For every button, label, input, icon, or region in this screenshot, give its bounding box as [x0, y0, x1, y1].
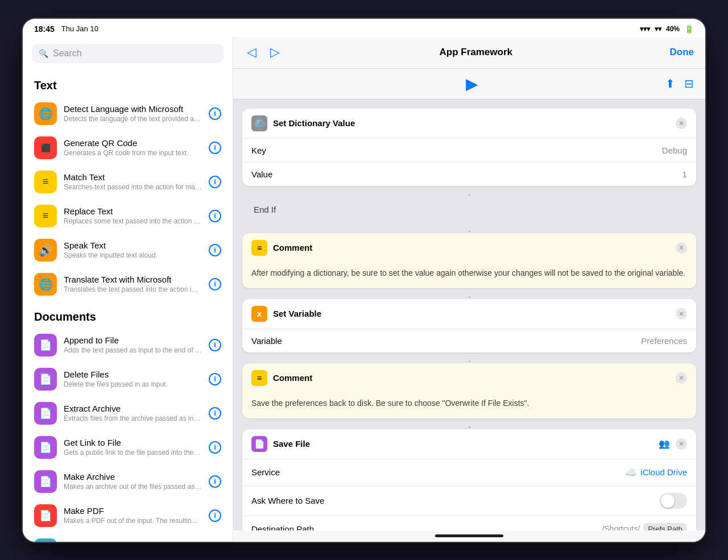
append-file-text: Append to File Adds the text passed as i… — [64, 335, 202, 354]
delete-files-text: Delete Files Delete the files passed in … — [64, 370, 202, 388]
translate-text-icon: 🌐 — [34, 273, 57, 296]
status-bar: 18:45 Thu Jan 10 ▾▾▾ ▾▾ 40% 🔋 — [23, 19, 705, 37]
search-container: 🔍 Search — [23, 37, 233, 70]
detect-language-info[interactable]: i — [209, 107, 221, 120]
match-text-info[interactable]: i — [209, 176, 221, 188]
sep-dot-4 — [469, 360, 470, 362]
service-row: Service ☁️ iCloud Drive — [242, 459, 696, 486]
comment-2-header: ≡ Comment ✕ — [242, 363, 696, 393]
extract-archive-icon: 📄 — [34, 402, 57, 425]
save-file-share-icon[interactable]: 👥 — [659, 438, 670, 449]
ask-where-label: Ask Where to Save — [251, 496, 324, 505]
action-detect-language[interactable]: 🌐 Detect Language with Microsoft Detects… — [23, 97, 233, 131]
battery-icon: 🔋 — [684, 24, 694, 34]
make-archive-info[interactable]: i — [209, 475, 221, 488]
comment-1-close[interactable]: ✕ — [676, 242, 687, 254]
nav-back-btn[interactable]: ◁ — [245, 43, 259, 62]
set-variable-title: Set Variable — [273, 309, 670, 318]
qr-code-info[interactable]: i — [209, 142, 221, 154]
comment-2-title: Comment — [273, 373, 670, 383]
ask-where-row: Ask Where to Save — [242, 486, 696, 516]
extract-archive-info[interactable]: i — [209, 407, 221, 420]
get-link-info[interactable]: i — [209, 441, 221, 454]
action-match-text[interactable]: ≡ Match Text Searches text passed into t… — [23, 165, 233, 199]
status-time: 18:45 — [34, 24, 55, 34]
save-file-close[interactable]: ✕ — [676, 438, 687, 450]
detect-language-text: Detect Language with Microsoft Detects t… — [64, 104, 202, 123]
main-layout: 🔍 Search Text 🌐 Detect Language with Mic… — [23, 37, 705, 542]
nav-forward-btn[interactable]: ▷ — [268, 43, 282, 62]
translate-text-text: Translate Text with Microsoft Translates… — [64, 275, 202, 293]
set-dictionary-value-title: Set Dictionary Value — [273, 118, 670, 128]
action-delete-files[interactable]: 📄 Delete Files Delete the files passed i… — [23, 362, 233, 396]
save-file-icon: 📄 — [251, 436, 267, 452]
set-dictionary-value-header: ⚙️ Set Dictionary Value ✕ — [242, 109, 696, 139]
match-text-text: Match Text Searches text passed into the… — [64, 172, 202, 191]
end-if-card: End If — [242, 197, 696, 222]
sep-dot-3 — [469, 296, 470, 298]
ipad-frame: 18:45 Thu Jan 10 ▾▾▾ ▾▾ 40% 🔋 🔍 Search — [23, 19, 705, 542]
append-file-info[interactable]: i — [209, 339, 221, 351]
action-replace-text[interactable]: ≡ Replace Text Replaces some text passed… — [23, 199, 233, 233]
speak-text-icon: 🔊 — [34, 239, 57, 262]
comment-2-close[interactable]: ✕ — [676, 372, 687, 384]
dict-key-label: Key — [251, 146, 266, 155]
action-speak-text[interactable]: 🔊 Speak Text Speaks the inputted text al… — [23, 233, 233, 267]
dest-path-value-container: /Shortcuts/ Prefs Path — [602, 523, 687, 530]
speak-text-info[interactable]: i — [209, 244, 221, 256]
bottom-bar — [233, 530, 705, 542]
comment-1-title: Comment — [273, 243, 670, 252]
search-icon: 🔍 — [39, 49, 48, 58]
replace-text-info[interactable]: i — [209, 210, 221, 222]
status-date: Thu Jan 10 — [61, 24, 98, 33]
layout-button[interactable]: ⊟ — [684, 77, 694, 90]
separator-3 — [242, 295, 696, 299]
play-button[interactable]: ▶ — [466, 74, 478, 93]
done-button[interactable]: Done — [669, 47, 694, 58]
delete-files-icon: 📄 — [34, 368, 57, 391]
action-append-file[interactable]: 📄 Append to File Adds the text passed as… — [23, 328, 233, 362]
main-content: ◁ ▷ App Framework Done ▶ ⬆ ⊟ — [233, 37, 705, 542]
ask-where-toggle[interactable] — [660, 493, 687, 509]
nav-buttons: ◁ ▷ — [245, 43, 282, 62]
sep-dot — [469, 194, 470, 196]
set-variable-close[interactable]: ✕ — [676, 308, 687, 320]
separator-5 — [242, 425, 696, 429]
action-quick-look[interactable]: 👁 Quick Look i — [23, 533, 233, 542]
action-qr-code[interactable]: ⬛ Generate QR Code Generates a QR code f… — [23, 131, 233, 165]
dest-path-value: /Shortcuts/ — [602, 524, 640, 530]
separator-2 — [242, 229, 696, 233]
action-get-link[interactable]: 📄 Get Link to File Gets a public link to… — [23, 430, 233, 464]
make-pdf-icon: 📄 — [34, 504, 57, 527]
share-button[interactable]: ⬆ — [665, 77, 675, 90]
search-box[interactable]: 🔍 Search — [32, 44, 224, 63]
make-pdf-info[interactable]: i — [209, 509, 221, 522]
set-variable-card: x Set Variable ✕ Variable Preferences — [242, 299, 696, 352]
dict-key-value: Debug — [662, 146, 687, 155]
set-dictionary-value-close[interactable]: ✕ — [676, 118, 687, 129]
action-translate-text[interactable]: 🌐 Translate Text with Microsoft Translat… — [23, 267, 233, 301]
dest-path-row: Destination Path /Shortcuts/ Prefs Path — [242, 516, 696, 530]
wifi-icon: ▾▾▾ — [640, 25, 650, 33]
action-extract-archive[interactable]: 📄 Extract Archive Extracts files from th… — [23, 396, 233, 430]
qr-code-text: Generate QR Code Generates a QR code fro… — [64, 138, 202, 157]
sidebar: 🔍 Search Text 🌐 Detect Language with Mic… — [23, 37, 233, 542]
battery-percent: 40% — [666, 25, 680, 33]
action-make-archive[interactable]: 📄 Make Archive Makes an archive out of t… — [23, 464, 233, 499]
delete-files-info[interactable]: i — [209, 373, 221, 385]
extract-archive-text: Extract Archive Extracts files from the … — [64, 404, 202, 422]
save-file-title: Save File — [273, 439, 653, 449]
main-header: ◁ ▷ App Framework Done — [233, 37, 705, 69]
comment-2-icon: ≡ — [251, 370, 267, 386]
set-dictionary-value-card: ⚙️ Set Dictionary Value ✕ Key Debug Valu… — [242, 109, 696, 186]
append-file-icon: 📄 — [34, 334, 57, 356]
replace-text-icon: ≡ — [34, 205, 57, 227]
translate-text-info[interactable]: i — [209, 278, 221, 291]
separator-4 — [242, 359, 696, 363]
comment-2-body: Save the preferences back to disk. Be su… — [242, 393, 696, 418]
action-make-pdf[interactable]: 📄 Make PDF Makes a PDF out of the input.… — [23, 499, 233, 533]
match-text-icon: ≡ — [34, 171, 57, 193]
variable-value: Preferences — [641, 336, 687, 346]
icloud-icon: ☁️ — [624, 466, 637, 479]
workflow-area: ⚙️ Set Dictionary Value ✕ Key Debug Valu… — [233, 99, 705, 530]
